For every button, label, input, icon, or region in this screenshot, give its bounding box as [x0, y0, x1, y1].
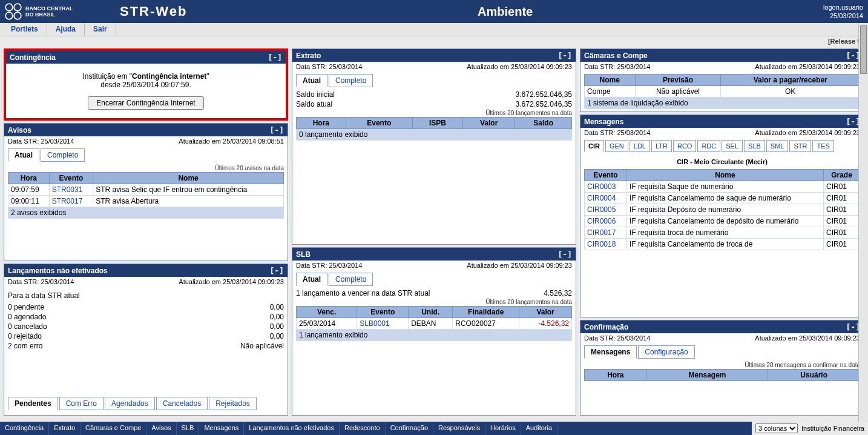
collapse-icon[interactable]: [-]	[268, 53, 282, 62]
tab-sel[interactable]: SEL	[722, 140, 743, 152]
table-row: 09:00:11STR0017STR avisa Abertura	[8, 196, 284, 207]
bb-auditoria[interactable]: Auditoria	[521, 422, 557, 435]
bcb-logo: BANCO CENTRAL DO BRASIL	[5, 3, 108, 20]
menu-portlets[interactable]: Portlets	[2, 23, 47, 36]
portlet-slb: SLB[-] Data STR: 25/03/2014Atualizado em…	[292, 247, 576, 416]
environment-label: Ambiente	[478, 5, 533, 19]
encerrar-contingencia-button[interactable]: Encerrar Contingência Internet	[88, 96, 203, 110]
mensagens-table: EventoNomeGrade CIR0003IF requisita Saqu…	[584, 169, 860, 250]
camaras-table: NomePrevisãoValor a pagar/receber CompeN…	[584, 74, 860, 109]
tab-atual[interactable]: Atual	[8, 148, 39, 162]
header-date: 25/03/2014	[823, 12, 863, 20]
extrato-table: HoraEventoISPBValorSaldo 0 lançamento ex…	[296, 117, 572, 141]
user-info: logon.usuario 25/03/2014	[823, 3, 863, 20]
bb-lancamentos[interactable]: Lançamentos não efetivados	[244, 422, 340, 435]
menu-bar: Portlets Ajuda Sair	[0, 23, 868, 36]
avisos-date: Data STR: 25/03/2014	[8, 138, 74, 145]
svg-point-2	[5, 12, 13, 19]
tab-completo[interactable]: Completo	[329, 273, 373, 286]
contingencia-line2: desde 25/03/2014 09:07:59.	[10, 81, 282, 89]
top-bar: BANCO CENTRAL DO BRASIL STR-Web Ambiente…	[0, 0, 868, 23]
tab-completo[interactable]: Completo	[41, 148, 85, 162]
collapse-icon[interactable]: [-]	[270, 266, 284, 275]
tab-cir[interactable]: CIR	[584, 140, 604, 152]
menu-ajuda[interactable]: Ajuda	[47, 23, 85, 36]
username: logon.usuario	[823, 3, 863, 12]
contingencia-line1: Instituição em "Contingência internet"	[10, 72, 282, 81]
menu-sair[interactable]: Sair	[85, 23, 116, 36]
contingencia-title: Contingência	[10, 53, 56, 62]
slb-table: Venc.EventoUnid.FinalidadeValor 25/03/20…	[296, 306, 572, 341]
confirmacao-table: HoraMensagemUsuário	[584, 369, 860, 381]
portlet-contingencia: Contingência [-] Instituição em "Conting…	[4, 48, 288, 121]
collapse-icon[interactable]: [-]	[558, 51, 572, 60]
tab-completo[interactable]: Completo	[329, 74, 373, 87]
tab-slb[interactable]: SLB	[744, 140, 765, 152]
bb-camaras[interactable]: Câmaras e Compe	[81, 422, 146, 435]
svg-point-1	[14, 4, 21, 11]
bb-slb[interactable]: SLB	[177, 422, 200, 435]
bb-extrato[interactable]: Extrato	[49, 422, 81, 435]
page-scrollbar[interactable]	[858, 23, 868, 422]
tab-mensagens[interactable]: Mensagens	[584, 345, 637, 359]
tab-cancelados[interactable]: Cancelados	[156, 397, 208, 410]
tab-pendentes[interactable]: Pendentes	[8, 397, 58, 410]
mensagens-heading: CIR - Meio Circulante (Mecir)	[584, 154, 860, 169]
portlet-camaras: Câmaras e Compe[-] Data STR: 25/03/2014A…	[580, 48, 864, 112]
tab-ltr[interactable]: LTR	[651, 140, 672, 152]
tab-gen[interactable]: GEN	[605, 140, 628, 152]
lanc-heading: Para a data STR atual	[8, 289, 284, 302]
portlet-avisos: Avisos[-] Data STR: 25/03/2014Atualizado…	[4, 123, 288, 261]
bb-redesconto[interactable]: Redesconto	[340, 422, 386, 435]
bb-confirmacao[interactable]: Confirmação	[386, 422, 433, 435]
release-label: [Release 9]	[0, 36, 868, 46]
table-row: 09:07:59STR0031STR avisa Selic que IF en…	[8, 184, 284, 196]
portlet-confirmacao: Confirmação[-] Data STR: 25/03/2014Atual…	[580, 320, 864, 416]
column-1: Contingência [-] Instituição em "Conting…	[4, 48, 288, 416]
bank-name: BANCO CENTRAL DO BRASIL	[25, 5, 73, 18]
lanc-title: Lançamentos não efetivados	[8, 267, 108, 275]
tab-configuracao[interactable]: Configuração	[638, 345, 694, 359]
avisos-title: Avisos	[8, 126, 31, 134]
tab-sml[interactable]: SML	[766, 140, 789, 152]
column-2: Extrato[-] Data STR: 25/03/2014Atualizad…	[292, 48, 576, 416]
bb-responsaveis[interactable]: Responsáveis	[433, 422, 485, 435]
avisos-note: Últimos 20 avisos na data	[8, 164, 284, 172]
tab-agendados[interactable]: Agendados	[105, 397, 155, 410]
bb-contingencia[interactable]: Contingência	[0, 422, 49, 435]
column-3: Câmaras e Compe[-] Data STR: 25/03/2014A…	[580, 48, 864, 416]
portlet-lancamentos: Lançamentos não efetivados[-] Data STR: …	[4, 264, 288, 416]
bank-icon	[5, 3, 22, 20]
app-title: STR-Web	[120, 4, 187, 19]
collapse-icon[interactable]: [-]	[558, 250, 572, 259]
instituicao-label: Instituição Financeira	[801, 425, 864, 432]
tab-atual[interactable]: Atual	[296, 273, 327, 286]
tab-rco[interactable]: RCO	[673, 140, 696, 152]
tab-comerro[interactable]: Com Erro	[59, 397, 104, 410]
svg-point-3	[14, 12, 21, 19]
contingencia-body: Instituição em "Contingência internet" d…	[6, 64, 286, 118]
bb-horarios[interactable]: Horários	[485, 422, 521, 435]
tab-str[interactable]: STR	[789, 140, 811, 152]
avisos-summary: 2 avisos exibidos	[8, 207, 284, 219]
portlet-columns: Contingência [-] Instituição em "Conting…	[0, 46, 868, 418]
tab-tes[interactable]: TES	[812, 140, 833, 152]
tab-rdc[interactable]: RDC	[697, 140, 720, 152]
avisos-table: HoraEventoNome 09:07:59STR0031STR avisa …	[8, 172, 284, 219]
collapse-icon[interactable]: [-]	[270, 125, 284, 134]
columns-select[interactable]: 3 colunas	[755, 423, 798, 433]
tab-rejeitados[interactable]: Rejeitados	[209, 397, 257, 410]
avisos-updated: Atualizado em 25/03/2014 09:08:51	[179, 138, 284, 145]
tab-ldl[interactable]: LDL	[630, 140, 650, 152]
table-row: CompeNão aplicávelOK	[585, 86, 860, 98]
bb-mensagens[interactable]: Mensagens	[199, 422, 244, 435]
table-row: 25/03/2014SLB0001DEBANRCO020027-4.526,32	[297, 318, 572, 330]
bottom-bar: Contingência Extrato Câmaras e Compe Avi…	[0, 422, 868, 435]
portlet-mensagens: Mensagens[-] Data STR: 25/03/2014Atualiz…	[580, 115, 864, 317]
svg-point-0	[5, 4, 13, 11]
portlet-extrato: Extrato[-] Data STR: 25/03/2014Atualizad…	[292, 48, 576, 245]
bb-avisos[interactable]: Avisos	[146, 422, 176, 435]
tab-atual[interactable]: Atual	[296, 74, 327, 87]
